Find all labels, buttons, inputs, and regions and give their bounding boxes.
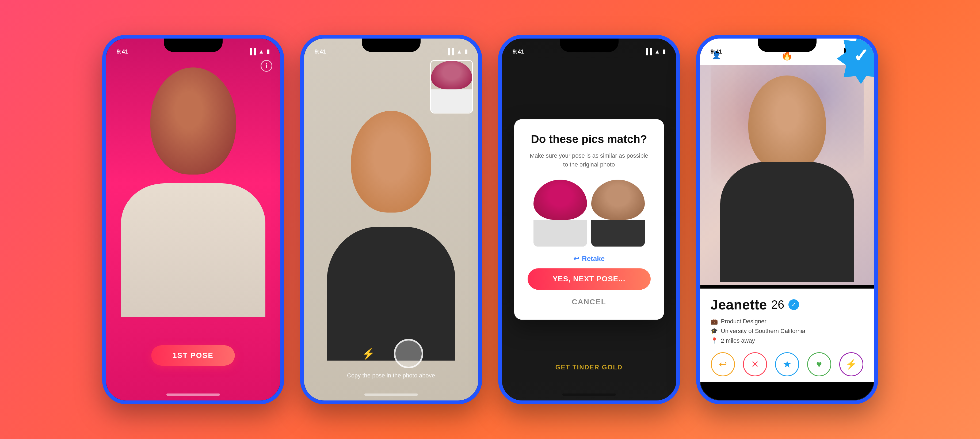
phone1-home-indicator [166, 393, 220, 396]
battery-icon: ▮ [662, 48, 666, 55]
yes-next-pose-button[interactable]: YES, NEXT POSE... [528, 268, 651, 290]
thumbnail-body [431, 89, 472, 113]
flash-button[interactable]: ⚡ [359, 344, 378, 363]
phone3-home-indicator [562, 393, 616, 396]
signal-icon: ▐▐ [644, 48, 652, 55]
phone1-status-icons: ▐▐ ▲ ▮ [248, 48, 270, 55]
phone2-status-icons: ▐▐ ▲ ▮ [446, 48, 468, 55]
retake-button[interactable]: ↩ Retake [528, 255, 651, 263]
rewind-button[interactable]: ↩ [711, 352, 735, 376]
thumbnail-head [431, 61, 472, 89]
profile-school: 🎓 University of Southern California [711, 328, 864, 335]
phone2-person-head [351, 111, 431, 212]
match-photo-original [533, 180, 587, 247]
distance-label: 2 miles away [721, 337, 755, 344]
first-pose-button[interactable]: 1ST POSE [151, 345, 235, 366]
wifi-icon: ▲ [457, 48, 462, 55]
phone4-home-indicator [760, 393, 814, 396]
profile-person-body [720, 162, 854, 282]
wifi-icon: ▲ [654, 48, 660, 55]
phone-1-pose: 9:41 ▐▐ ▲ ▮ i 1ST POSE [102, 35, 284, 404]
phone2-notch [362, 38, 421, 52]
phone2-thumbnail [430, 60, 473, 113]
phone3-notch [560, 38, 619, 52]
battery-icon: ▮ [266, 48, 270, 55]
phone4-notch [758, 38, 816, 52]
signal-icon: ▐▐ [248, 48, 256, 55]
match-photo-selfie [591, 180, 645, 247]
profile-name: Jeanette [711, 297, 767, 313]
profile-person-head [748, 75, 826, 172]
boost-button[interactable]: ⚡ [839, 352, 863, 376]
job-icon: 💼 [711, 318, 718, 325]
like-button[interactable]: ♥ [807, 352, 831, 376]
dialog-subtitle: Make sure your pose is as similar as pos… [528, 152, 651, 169]
phone-3-dialog: 9:41 ▐▐ ▲ ▮ Do these pics match? Make su… [498, 35, 680, 404]
phone1-person-body [121, 184, 266, 317]
profile-distance: 📍 2 miles away [711, 337, 864, 344]
phone1-info-icon[interactable]: i [261, 60, 272, 72]
svg-text:✓: ✓ [853, 45, 869, 66]
get-tinder-gold-banner[interactable]: GET TINDER GOLD [555, 364, 622, 371]
retake-label: Retake [582, 255, 605, 263]
match-dialog: Do these pics match? Make sure your pose… [514, 119, 664, 319]
verified-badge-small: ✓ [788, 299, 799, 310]
match-photos-container [528, 180, 651, 247]
phone-2-camera: 9:41 ▐▐ ▲ ▮ ⚡ Copy the pose in the photo… [300, 35, 482, 404]
camera-hint-text: Copy the pose in the photo above [304, 372, 478, 379]
school-icon: 🎓 [711, 328, 718, 335]
profile-action-buttons: ↩ ✕ ★ ♥ ⚡ [700, 347, 874, 382]
phone3-status-icons: ▐▐ ▲ ▮ [644, 48, 666, 55]
profile-info-box: Jeanette 26 ✓ 💼 Product Designer 🎓 Unive… [700, 289, 874, 352]
phone1-time: 9:41 [117, 48, 129, 55]
signal-icon: ▐▐ [446, 48, 454, 55]
phone2-home-indicator [364, 393, 418, 396]
school-label: University of Southern California [721, 328, 805, 335]
selfie-photo-body [591, 220, 645, 247]
verified-badge-large: ✓ [832, 35, 878, 87]
phone4-time: 9:41 [711, 48, 722, 55]
profile-age: 26 [771, 298, 784, 311]
phone1-notch [164, 38, 223, 52]
phone2-time: 9:41 [315, 48, 326, 55]
dialog-title: Do these pics match? [528, 132, 651, 146]
nope-button[interactable]: ✕ [743, 352, 767, 376]
super-like-button[interactable]: ★ [775, 352, 799, 376]
original-photo-head [533, 180, 587, 220]
battery-icon: ▮ [465, 48, 468, 55]
profile-job: 💼 Product Designer [711, 318, 864, 325]
flash-icon: ⚡ [362, 348, 375, 360]
job-label: Product Designer [721, 318, 767, 325]
selfie-photo-head [591, 180, 645, 220]
cancel-label[interactable]: CANCEL [528, 295, 651, 309]
camera-controls: ⚡ [304, 339, 478, 368]
shutter-button[interactable] [394, 339, 423, 368]
original-photo-body [533, 220, 587, 247]
location-icon: 📍 [711, 337, 718, 344]
profile-name-row: Jeanette 26 ✓ [711, 297, 864, 313]
phone-4-profile: 👤 🔥 💬 9:41 ▐▐ ▲ ▮ Jeanette 26 ✓ 💼 Produc… [696, 35, 878, 404]
phone1-person-head [150, 67, 236, 174]
phone3-time: 9:41 [512, 48, 524, 55]
wifi-icon: ▲ [258, 48, 264, 55]
retake-icon: ↩ [573, 255, 579, 263]
